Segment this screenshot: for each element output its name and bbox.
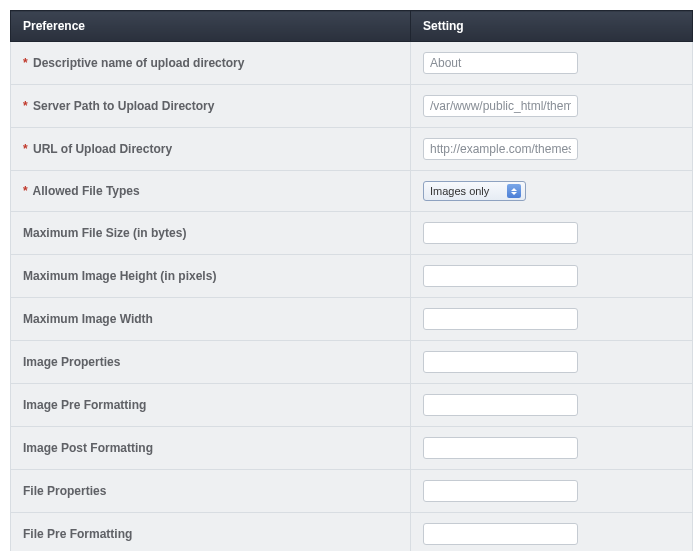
preference-label-cell: File Properties bbox=[11, 470, 411, 513]
preference-label-cell: * Server Path to Upload Directory bbox=[11, 85, 411, 128]
table-row: * Allowed File TypesImages only bbox=[11, 171, 693, 212]
table-row: * URL of Upload Directory bbox=[11, 128, 693, 171]
allowed-file-types-select[interactable]: Images only bbox=[423, 181, 526, 201]
setting-cell bbox=[411, 298, 693, 341]
preferences-table: Preference Setting * Descriptive name of… bbox=[10, 10, 693, 551]
setting-input[interactable] bbox=[423, 138, 578, 160]
preference-label-cell: Maximum Image Width bbox=[11, 298, 411, 341]
setting-cell: Images only bbox=[411, 171, 693, 212]
setting-cell bbox=[411, 427, 693, 470]
setting-input[interactable] bbox=[423, 95, 578, 117]
setting-cell bbox=[411, 212, 693, 255]
setting-input[interactable] bbox=[423, 308, 578, 330]
preference-label: File Properties bbox=[23, 484, 106, 498]
preference-label-cell: Image Pre Formatting bbox=[11, 384, 411, 427]
required-marker: * bbox=[23, 142, 28, 156]
setting-input[interactable] bbox=[423, 437, 578, 459]
setting-input[interactable] bbox=[423, 52, 578, 74]
preference-label: Image Properties bbox=[23, 355, 120, 369]
setting-cell bbox=[411, 42, 693, 85]
setting-input[interactable] bbox=[423, 351, 578, 373]
preference-label: Server Path to Upload Directory bbox=[33, 99, 214, 113]
preference-label-cell: Maximum Image Height (in pixels) bbox=[11, 255, 411, 298]
preference-label-cell: * Descriptive name of upload directory bbox=[11, 42, 411, 85]
preference-label: Image Pre Formatting bbox=[23, 398, 146, 412]
required-marker: * bbox=[23, 184, 28, 198]
table-row: Maximum Image Width bbox=[11, 298, 693, 341]
setting-cell bbox=[411, 513, 693, 552]
table-row: File Properties bbox=[11, 470, 693, 513]
preference-label-cell: * URL of Upload Directory bbox=[11, 128, 411, 171]
setting-cell bbox=[411, 85, 693, 128]
header-setting: Setting bbox=[411, 11, 693, 42]
preference-label: Maximum File Size (in bytes) bbox=[23, 226, 186, 240]
preference-label: URL of Upload Directory bbox=[33, 142, 172, 156]
table-row: File Pre Formatting bbox=[11, 513, 693, 552]
setting-input[interactable] bbox=[423, 480, 578, 502]
preference-label: Allowed File Types bbox=[33, 184, 140, 198]
preference-label-cell: Maximum File Size (in bytes) bbox=[11, 212, 411, 255]
setting-cell bbox=[411, 128, 693, 171]
preference-label: Maximum Image Height (in pixels) bbox=[23, 269, 216, 283]
table-row: Image Post Formatting bbox=[11, 427, 693, 470]
header-preference: Preference bbox=[11, 11, 411, 42]
setting-input[interactable] bbox=[423, 265, 578, 287]
setting-cell bbox=[411, 341, 693, 384]
setting-input[interactable] bbox=[423, 523, 578, 545]
setting-input[interactable] bbox=[423, 222, 578, 244]
preference-label-cell: Image Properties bbox=[11, 341, 411, 384]
setting-cell bbox=[411, 384, 693, 427]
preference-label: Maximum Image Width bbox=[23, 312, 153, 326]
setting-cell bbox=[411, 255, 693, 298]
preference-label: Image Post Formatting bbox=[23, 441, 153, 455]
select-stepper-icon bbox=[507, 184, 521, 198]
select-value: Images only bbox=[430, 185, 489, 197]
table-row: Image Properties bbox=[11, 341, 693, 384]
table-row: Maximum Image Height (in pixels) bbox=[11, 255, 693, 298]
preference-label: File Pre Formatting bbox=[23, 527, 132, 541]
required-marker: * bbox=[23, 56, 28, 70]
table-row: Image Pre Formatting bbox=[11, 384, 693, 427]
table-row: * Server Path to Upload Directory bbox=[11, 85, 693, 128]
preference-label-cell: File Pre Formatting bbox=[11, 513, 411, 552]
table-row: * Descriptive name of upload directory bbox=[11, 42, 693, 85]
preference-label-cell: Image Post Formatting bbox=[11, 427, 411, 470]
preference-label-cell: * Allowed File Types bbox=[11, 171, 411, 212]
preference-label: Descriptive name of upload directory bbox=[33, 56, 244, 70]
setting-cell bbox=[411, 470, 693, 513]
table-row: Maximum File Size (in bytes) bbox=[11, 212, 693, 255]
required-marker: * bbox=[23, 99, 28, 113]
setting-input[interactable] bbox=[423, 394, 578, 416]
